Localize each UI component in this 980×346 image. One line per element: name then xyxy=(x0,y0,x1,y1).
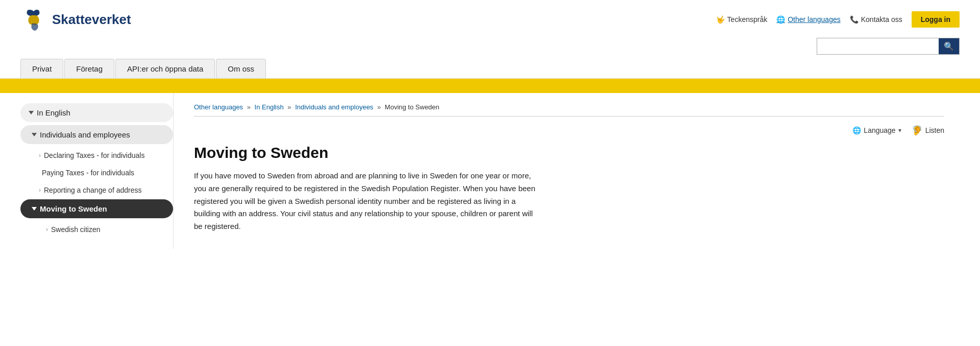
nav-tab-privat[interactable]: Privat xyxy=(20,59,63,78)
chevron-right-icon: › xyxy=(39,187,41,194)
sidebar-subsection-label: Individuals and employees xyxy=(40,130,130,139)
breadcrumb: Other languages » In English » Individua… xyxy=(194,103,944,117)
login-button[interactable]: Logga in xyxy=(912,11,960,28)
main-container: In English Individuals and employees › D… xyxy=(0,93,980,249)
nav-tab-omoss[interactable]: Om oss xyxy=(216,59,266,78)
yellow-banner xyxy=(0,79,980,93)
expand-icon xyxy=(29,111,34,114)
sidebar-section-label: In English xyxy=(37,108,70,117)
sidebar-item-in-english[interactable]: In English xyxy=(20,103,173,122)
language-button[interactable]: 🌐 Language ▾ xyxy=(852,126,901,134)
logo-icon xyxy=(20,6,47,33)
nav-tab-api[interactable]: API:er och öppna data xyxy=(115,59,215,78)
phone-icon: 📞 xyxy=(850,15,859,24)
sidebar-leaf-label: Swedish citizen xyxy=(51,225,101,234)
globe-icon: 🌐 xyxy=(776,15,785,24)
search-bar-area: 🔍 xyxy=(20,38,960,55)
chevron-down-icon: ▾ xyxy=(898,127,901,134)
sign-language-action[interactable]: 🤟 Teckenspråk xyxy=(716,15,768,24)
sidebar-item-individuals[interactable]: Individuals and employees xyxy=(20,125,173,144)
sidebar: In English Individuals and employees › D… xyxy=(20,93,174,249)
search-input[interactable] xyxy=(817,38,939,54)
sign-language-icon: 🤟 xyxy=(716,15,725,24)
sidebar-item-declaring-taxes[interactable]: › Declaring Taxes - for individuals xyxy=(20,147,173,164)
sidebar-item-moving-to-sweden[interactable]: Moving to Sweden xyxy=(20,199,173,218)
logo-area: Skatteverket xyxy=(20,6,131,33)
listen-button[interactable]: 🦻 Listen xyxy=(912,125,944,136)
nav-tabs: Privat Företag API:er och öppna data Om … xyxy=(20,59,960,78)
search-bar: 🔍 xyxy=(817,38,960,55)
chevron-right-icon: › xyxy=(46,226,48,233)
expand-icon xyxy=(32,207,37,211)
chevron-right-icon: › xyxy=(39,152,41,159)
breadcrumb-separator: » xyxy=(377,103,383,111)
language-label: Language xyxy=(864,126,895,134)
page-title: Moving to Sweden xyxy=(194,144,944,162)
content-tools: 🌐 Language ▾ 🦻 Listen xyxy=(194,125,944,136)
nav-tab-foretag[interactable]: Företag xyxy=(64,59,114,78)
breadcrumb-separator: » xyxy=(287,103,293,111)
breadcrumb-individuals[interactable]: Individuals and employees xyxy=(295,103,373,111)
sidebar-active-label: Moving to Sweden xyxy=(40,204,107,213)
listen-icon: 🦻 xyxy=(912,125,923,136)
breadcrumb-current: Moving to Sweden xyxy=(385,103,439,111)
sidebar-item-swedish-citizen[interactable]: › Swedish citizen xyxy=(20,221,173,238)
sidebar-leaf-label: Paying Taxes - for individuals xyxy=(42,169,134,177)
other-languages-label: Other languages xyxy=(788,15,841,24)
site-header: Skatteverket 🤟 Teckenspråk 🌐 Other langu… xyxy=(0,0,980,79)
search-button[interactable]: 🔍 xyxy=(939,38,959,54)
header-top: Skatteverket 🤟 Teckenspråk 🌐 Other langu… xyxy=(20,6,960,33)
content-area: Other languages » In English » Individua… xyxy=(174,93,960,249)
sidebar-item-paying-taxes[interactable]: Paying Taxes - for individuals xyxy=(20,165,173,181)
listen-label: Listen xyxy=(925,126,944,134)
expand-icon xyxy=(32,133,37,136)
other-languages-action[interactable]: 🌐 Other languages xyxy=(776,15,841,24)
page-body: If you have moved to Sweden from abroad … xyxy=(194,170,541,233)
breadcrumb-in-english[interactable]: In English xyxy=(255,103,284,111)
header-actions: 🤟 Teckenspråk 🌐 Other languages 📞 Kontak… xyxy=(716,11,960,28)
sidebar-leaf-label: Reporting a change of address xyxy=(44,186,141,194)
contact-label: Kontakta oss xyxy=(861,15,902,24)
globe-icon: 🌐 xyxy=(852,126,861,134)
contact-action[interactable]: 📞 Kontakta oss xyxy=(850,15,902,24)
sidebar-leaf-label: Declaring Taxes - for individuals xyxy=(44,151,144,159)
breadcrumb-separator: » xyxy=(247,103,253,111)
logo-text: Skatteverket xyxy=(52,12,131,28)
sign-language-label: Teckenspråk xyxy=(727,15,768,24)
breadcrumb-other-languages[interactable]: Other languages xyxy=(194,103,243,111)
sidebar-item-reporting-address[interactable]: › Reporting a change of address xyxy=(20,182,173,198)
